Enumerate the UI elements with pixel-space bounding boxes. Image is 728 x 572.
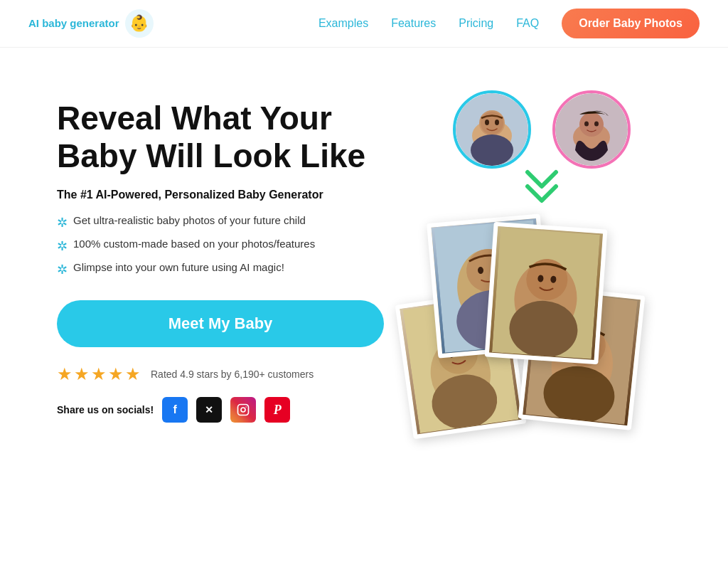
instagram-icon[interactable] (230, 397, 256, 423)
twitter-x-icon[interactable]: ✕ (196, 397, 222, 423)
hero-section: Reveal What Your Baby Will Look Like The… (0, 48, 728, 460)
svg-point-14 (594, 122, 599, 127)
bullet-2: ✲ 100% custom-made based on your photos/… (57, 238, 384, 254)
nav: Examples Features Pricing FAQ Order Baby… (318, 9, 700, 38)
meet-baby-button[interactable]: Meet My Baby (57, 300, 384, 347)
svg-point-8 (495, 120, 499, 125)
hero-left: Reveal What Your Baby Will Look Like The… (57, 100, 384, 423)
socials-row: Share us on socials! f ✕ P (57, 397, 384, 423)
svg-point-2 (246, 407, 247, 408)
nav-features[interactable]: Features (391, 17, 436, 30)
nav-examples[interactable]: Examples (318, 17, 368, 30)
pinterest-icon[interactable]: P (264, 397, 290, 423)
svg-point-9 (471, 134, 513, 166)
parents-row (453, 90, 631, 169)
rating-text: Rated 4.9 stars by 6,190+ customers (151, 369, 314, 380)
nav-faq[interactable]: FAQ (516, 17, 539, 30)
bullet-icon-2: ✲ (57, 238, 68, 254)
baby-photos-collage (397, 218, 638, 432)
hero-subheading: The #1 AI-Powered, Personalized Baby Gen… (57, 189, 384, 201)
socials-label: Share us on socials! (57, 404, 154, 415)
svg-point-12 (579, 112, 604, 137)
svg-rect-0 (238, 405, 249, 415)
svg-point-1 (241, 408, 245, 412)
bullet-icon-3: ✲ (57, 262, 68, 277)
logo[interactable]: AI baby generator 👶 (28, 9, 154, 38)
chevron-icon (520, 169, 563, 207)
mother-photo (552, 90, 631, 169)
star-rating: ★★★★★ (57, 364, 142, 384)
logo-icon: 👶 (125, 9, 154, 38)
hero-right (398, 90, 685, 432)
hero-heading: Reveal What Your Baby Will Look Like (57, 100, 384, 175)
bullet-1: ✲ Get ultra-realistic baby photos of you… (57, 214, 384, 231)
father-photo (453, 90, 531, 169)
bullet-3: ✲ Glimpse into your own future using AI … (57, 261, 384, 277)
order-button[interactable]: Order Baby Photos (562, 9, 700, 38)
hero-bullets: ✲ Get ultra-realistic baby photos of you… (57, 214, 384, 277)
mother-face-svg (555, 93, 628, 166)
svg-point-7 (485, 120, 489, 125)
baby-photo-2 (485, 222, 608, 365)
nav-pricing[interactable]: Pricing (459, 17, 493, 30)
rating-row: ★★★★★ Rated 4.9 stars by 6,190+ customer… (57, 364, 384, 384)
bullet-icon-1: ✲ (57, 215, 68, 231)
svg-point-13 (584, 122, 589, 127)
father-face-svg (456, 93, 528, 166)
logo-text: AI baby generator (28, 17, 119, 30)
facebook-icon[interactable]: f (162, 397, 188, 423)
header: AI baby generator 👶 Examples Features Pr… (0, 0, 728, 48)
